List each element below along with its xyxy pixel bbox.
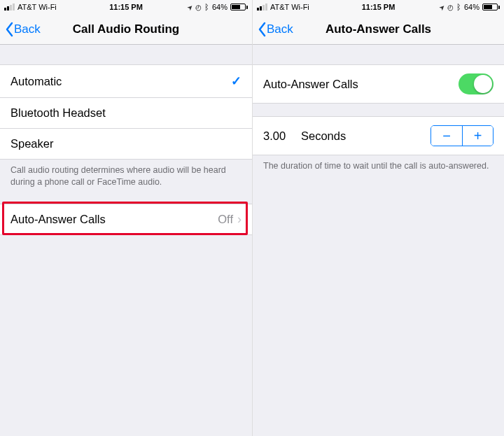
carrier-label: AT&T Wi-Fi	[270, 3, 309, 11]
chevron-right-icon: ›	[237, 213, 241, 225]
duration-group: 3.00 Seconds − + The duration of time to…	[253, 116, 504, 172]
option-label: Speaker	[10, 137, 53, 150]
location-icon: ➤	[437, 2, 446, 11]
auto-answer-row[interactable]: Auto-Answer Calls Off ›	[0, 204, 252, 235]
bluetooth-icon: ᛒ	[456, 3, 461, 11]
nav-bar: Back Auto-Answer Calls	[253, 14, 504, 45]
stepper-increment[interactable]: +	[462, 126, 493, 146]
duration-unit: Seconds	[295, 129, 430, 143]
option-bluetooth-headset[interactable]: Bluetooth Headset	[0, 98, 252, 129]
alarm-icon: ◴	[195, 3, 202, 11]
auto-answer-label: Auto-Answer Calls	[10, 213, 106, 226]
duration-value: 3.00	[263, 129, 295, 143]
bluetooth-icon: ᛒ	[204, 3, 209, 11]
auto-answer-toggle-row[interactable]: Auto-Answer Calls	[253, 64, 504, 104]
checkmark-icon: ✓	[231, 73, 241, 89]
stepper-decrement[interactable]: −	[431, 126, 462, 146]
toggle-label: Auto-Answer Calls	[263, 78, 358, 91]
duration-footer: The duration of time to wait until the c…	[253, 155, 504, 172]
signal-icon	[257, 3, 267, 10]
routing-footer: Call audio routing determines where audi…	[0, 160, 252, 188]
toggle-switch[interactable]	[458, 73, 493, 94]
duration-stepper: − +	[430, 125, 493, 146]
option-automatic[interactable]: Automatic ✓	[0, 64, 252, 98]
battery-icon	[482, 3, 500, 10]
page-title: Auto-Answer Calls	[253, 22, 504, 36]
carrier-label: AT&T Wi-Fi	[18, 3, 57, 11]
toggle-group: Auto-Answer Calls	[253, 64, 504, 104]
option-label: Bluetooth Headset	[10, 106, 106, 120]
duration-row: 3.00 Seconds − +	[253, 116, 504, 155]
routing-options-group: Automatic ✓ Bluetooth Headset Speaker Ca…	[0, 64, 252, 188]
battery-icon	[230, 3, 248, 10]
nav-bar: Back Call Audio Routing	[0, 14, 252, 45]
option-label: Automatic	[10, 75, 62, 88]
auto-answer-value: Off	[218, 213, 233, 226]
auto-answer-group: Auto-Answer Calls Off ›	[0, 204, 252, 235]
screen-call-audio-routing: AT&T Wi-Fi 11:15 PM ➤ ◴ ᛒ 64% Back Call …	[0, 0, 252, 436]
alarm-icon: ◴	[447, 3, 454, 11]
location-icon: ➤	[185, 2, 194, 11]
option-speaker[interactable]: Speaker	[0, 129, 252, 160]
screen-auto-answer: AT&T Wi-Fi 11:15 PM ➤ ◴ ᛒ 64% Back Auto-…	[252, 0, 504, 436]
status-bar: AT&T Wi-Fi 11:15 PM ➤ ◴ ᛒ 64%	[253, 0, 504, 14]
signal-icon	[4, 3, 15, 10]
page-title: Call Audio Routing	[0, 22, 252, 36]
battery-pct: 64%	[212, 3, 227, 11]
status-bar: AT&T Wi-Fi 11:15 PM ➤ ◴ ᛒ 64%	[0, 0, 252, 14]
battery-pct: 64%	[464, 3, 479, 11]
